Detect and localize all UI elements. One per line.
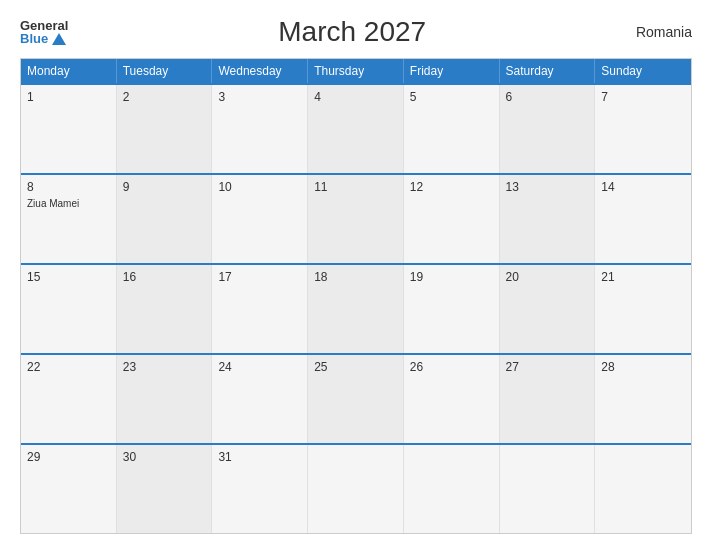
day-number: 30 xyxy=(123,450,206,464)
calendar-week-2: 8Ziua Mamei91011121314 xyxy=(21,173,691,263)
table-row: 10 xyxy=(212,175,308,263)
table-row: 22 xyxy=(21,355,117,443)
day-number: 11 xyxy=(314,180,397,194)
table-row xyxy=(308,445,404,533)
day-number: 17 xyxy=(218,270,301,284)
table-row: 14 xyxy=(595,175,691,263)
header-monday: Monday xyxy=(21,59,117,83)
day-number: 1 xyxy=(27,90,110,104)
day-number: 25 xyxy=(314,360,397,374)
table-row: 11 xyxy=(308,175,404,263)
header-tuesday: Tuesday xyxy=(117,59,213,83)
table-row: 9 xyxy=(117,175,213,263)
table-row: 3 xyxy=(212,85,308,173)
day-number: 21 xyxy=(601,270,685,284)
table-row: 1 xyxy=(21,85,117,173)
table-row: 18 xyxy=(308,265,404,353)
header-thursday: Thursday xyxy=(308,59,404,83)
header: General Blue March 2027 Romania xyxy=(20,16,692,48)
logo: General Blue xyxy=(20,19,68,45)
day-number: 10 xyxy=(218,180,301,194)
day-number: 6 xyxy=(506,90,589,104)
table-row: 29 xyxy=(21,445,117,533)
country-label: Romania xyxy=(636,24,692,40)
table-row xyxy=(500,445,596,533)
calendar-title: March 2027 xyxy=(278,16,426,48)
table-row: 5 xyxy=(404,85,500,173)
table-row: 6 xyxy=(500,85,596,173)
table-row: 2 xyxy=(117,85,213,173)
day-number: 12 xyxy=(410,180,493,194)
table-row: 31 xyxy=(212,445,308,533)
day-number: 14 xyxy=(601,180,685,194)
table-row: 20 xyxy=(500,265,596,353)
calendar-body: 12345678Ziua Mamei9101112131415161718192… xyxy=(21,83,691,533)
day-number: 16 xyxy=(123,270,206,284)
header-sunday: Sunday xyxy=(595,59,691,83)
day-number: 23 xyxy=(123,360,206,374)
table-row: 8Ziua Mamei xyxy=(21,175,117,263)
day-number: 31 xyxy=(218,450,301,464)
logo-blue-text: Blue xyxy=(20,32,66,45)
calendar-week-1: 1234567 xyxy=(21,83,691,173)
day-number: 13 xyxy=(506,180,589,194)
table-row: 12 xyxy=(404,175,500,263)
logo-triangle-icon xyxy=(52,33,66,45)
table-row: 15 xyxy=(21,265,117,353)
day-number: 19 xyxy=(410,270,493,284)
table-row: 21 xyxy=(595,265,691,353)
calendar-week-3: 15161718192021 xyxy=(21,263,691,353)
table-row: 25 xyxy=(308,355,404,443)
table-row: 13 xyxy=(500,175,596,263)
table-row: 23 xyxy=(117,355,213,443)
table-row: 26 xyxy=(404,355,500,443)
table-row: 17 xyxy=(212,265,308,353)
header-saturday: Saturday xyxy=(500,59,596,83)
day-number: 7 xyxy=(601,90,685,104)
table-row: 19 xyxy=(404,265,500,353)
page: General Blue March 2027 Romania Monday T… xyxy=(0,0,712,550)
table-row: 30 xyxy=(117,445,213,533)
day-number: 22 xyxy=(27,360,110,374)
day-number: 15 xyxy=(27,270,110,284)
day-number: 4 xyxy=(314,90,397,104)
day-number: 3 xyxy=(218,90,301,104)
day-number: 24 xyxy=(218,360,301,374)
table-row: 4 xyxy=(308,85,404,173)
day-number: 8 xyxy=(27,180,110,194)
day-number: 2 xyxy=(123,90,206,104)
table-row: 27 xyxy=(500,355,596,443)
table-row xyxy=(595,445,691,533)
day-number: 9 xyxy=(123,180,206,194)
calendar-header: Monday Tuesday Wednesday Thursday Friday… xyxy=(21,59,691,83)
calendar: Monday Tuesday Wednesday Thursday Friday… xyxy=(20,58,692,534)
day-number: 28 xyxy=(601,360,685,374)
event-label: Ziua Mamei xyxy=(27,198,110,209)
table-row: 24 xyxy=(212,355,308,443)
calendar-week-4: 22232425262728 xyxy=(21,353,691,443)
header-wednesday: Wednesday xyxy=(212,59,308,83)
table-row: 7 xyxy=(595,85,691,173)
table-row xyxy=(404,445,500,533)
calendar-week-5: 293031 xyxy=(21,443,691,533)
header-friday: Friday xyxy=(404,59,500,83)
day-number: 27 xyxy=(506,360,589,374)
day-number: 26 xyxy=(410,360,493,374)
day-number: 29 xyxy=(27,450,110,464)
table-row: 28 xyxy=(595,355,691,443)
table-row: 16 xyxy=(117,265,213,353)
day-number: 18 xyxy=(314,270,397,284)
day-number: 5 xyxy=(410,90,493,104)
day-number: 20 xyxy=(506,270,589,284)
